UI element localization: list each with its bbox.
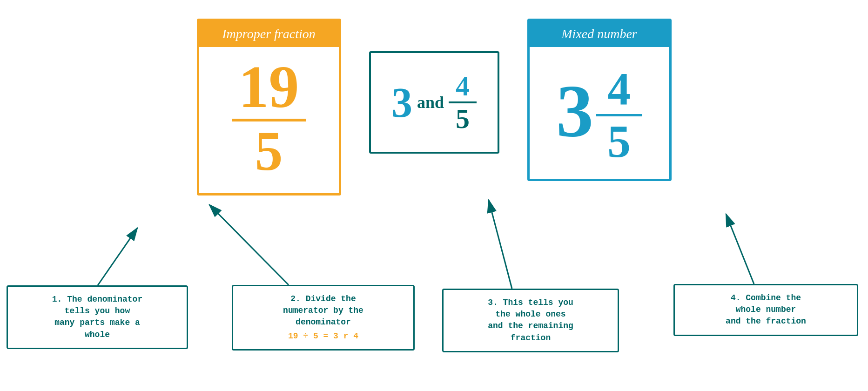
arrow-2-to-divide [209,205,289,285]
arrow-3-to-middle [489,200,512,289]
arrows-svg [0,0,868,391]
arrow-1-to-denominator [98,228,137,285]
arrow-4-to-mixed [726,214,754,284]
